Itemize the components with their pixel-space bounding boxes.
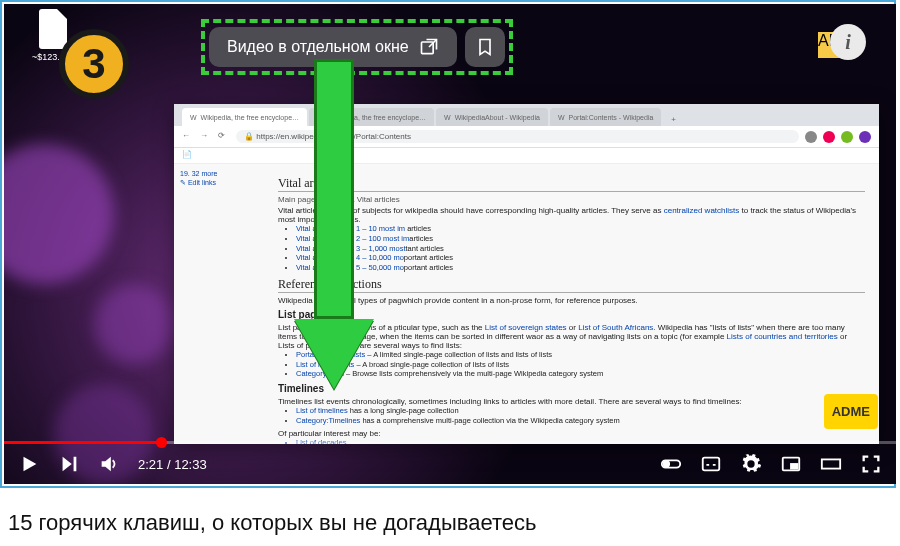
svg-rect-5 <box>791 464 797 469</box>
player-controls: 2:21 / 12:33 <box>4 444 896 484</box>
bookmark-button[interactable] <box>465 27 505 67</box>
new-tab-button[interactable]: + <box>663 113 684 126</box>
extension-icon[interactable] <box>841 131 853 143</box>
bookmark-icon <box>475 37 495 57</box>
channel-badge[interactable]: ADME <box>824 394 878 429</box>
svg-rect-3 <box>703 458 720 471</box>
theater-button[interactable] <box>820 453 842 475</box>
back-icon[interactable]: ← <box>182 131 194 143</box>
subtitles-button[interactable] <box>700 453 722 475</box>
browser-addressbar: ← → ⟳ 🔒 https://en.wikipedia.org/wiki/Po… <box>174 126 879 148</box>
info-icon[interactable]: i <box>830 24 866 60</box>
annotation-arrow <box>314 59 374 389</box>
autoplay-toggle[interactable] <box>660 453 682 475</box>
volume-button[interactable] <box>98 453 120 475</box>
popout-label: Видео в отдельном окне <box>227 38 409 56</box>
video-title[interactable]: 15 горячих клавиш, о которых вы не догад… <box>0 488 900 546</box>
number-badge: 3 <box>59 29 129 99</box>
bokeh-decoration <box>4 144 114 284</box>
play-button[interactable] <box>18 453 40 475</box>
svg-point-2 <box>664 461 670 467</box>
wiki-sidebar: 19. 32 more ✎ Edit links <box>174 164 264 444</box>
browser-tab[interactable]: WWikipediaAbout - Wikipedia <box>436 108 548 126</box>
miniplayer-button[interactable] <box>780 453 802 475</box>
video-player[interactable]: ~$123.docx 3 AD i Видео в отдельном окне… <box>4 4 896 484</box>
extension-icon[interactable] <box>823 131 835 143</box>
fullscreen-button[interactable] <box>860 453 882 475</box>
forward-icon[interactable]: → <box>200 131 212 143</box>
bokeh-decoration <box>94 284 174 364</box>
extension-icon[interactable] <box>859 131 871 143</box>
extension-icon[interactable] <box>805 131 817 143</box>
reload-icon[interactable]: ⟳ <box>218 131 230 143</box>
svg-rect-6 <box>822 459 840 468</box>
browser-window: WWikipedia, the free encyclope… WWikiped… <box>174 104 879 444</box>
desktop-doc-icon <box>39 9 67 49</box>
browser-tab[interactable]: WWikipedia, the free encyclope… <box>182 108 307 126</box>
settings-button[interactable] <box>740 453 762 475</box>
next-button[interactable] <box>58 453 80 475</box>
time-display: 2:21 / 12:33 <box>138 457 207 472</box>
browser-tab[interactable]: WPortal:Contents - Wikipedia <box>550 108 661 126</box>
browser-tabbar: WWikipedia, the free encyclope… WWikiped… <box>174 104 879 126</box>
external-window-icon <box>419 37 439 57</box>
bookmark-bar: 📄 <box>174 148 879 164</box>
